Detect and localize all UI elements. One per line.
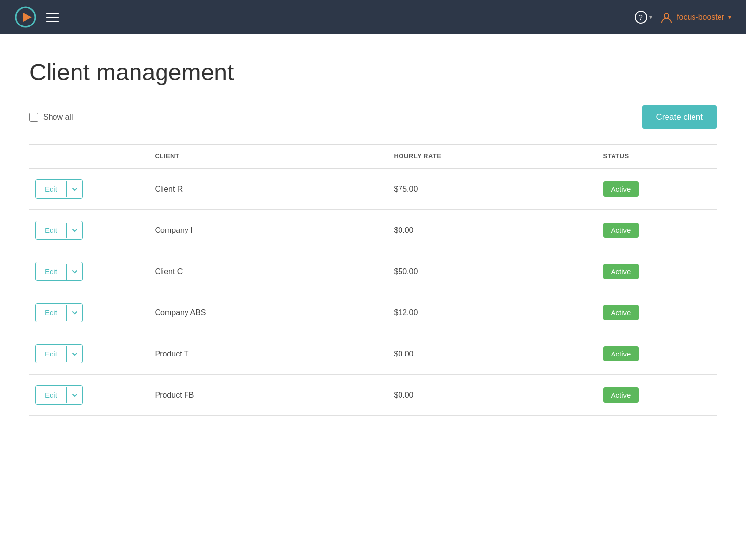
show-all-checkbox[interactable] <box>29 113 38 122</box>
table-row: Edit Client C$50.00Active <box>29 251 717 292</box>
controls-bar: Show all Create client <box>29 105 717 129</box>
edit-button[interactable]: Edit <box>36 180 66 198</box>
chevron-down-icon <box>72 392 78 398</box>
table-row: Edit Product FB$0.00Active <box>29 375 717 416</box>
edit-group: Edit <box>35 344 83 363</box>
edit-group: Edit <box>35 221 83 240</box>
client-name-cell: Company ABS <box>149 292 388 333</box>
hourly-rate-cell: $12.00 <box>388 292 597 333</box>
chevron-down-icon <box>72 351 78 357</box>
client-name-cell: Client C <box>149 251 388 292</box>
client-name-cell: Product T <box>149 333 388 375</box>
actions-cell: Edit <box>29 210 149 251</box>
edit-dropdown-button[interactable] <box>66 223 82 238</box>
status-badge: Active <box>603 264 639 279</box>
status-cell: Active <box>597 292 717 333</box>
edit-dropdown-button[interactable] <box>66 181 82 197</box>
client-name-cell: Company I <box>149 210 388 251</box>
navbar-right: ? ▾ focus-booster ▾ <box>635 11 731 24</box>
table-body: Edit Client R$75.00Active Edit Company I… <box>29 168 717 416</box>
edit-dropdown-button[interactable] <box>66 387 82 403</box>
col-header-rate: HOURLY RATE <box>388 144 597 168</box>
actions-cell: Edit <box>29 251 149 292</box>
table-row: Edit Company I$0.00Active <box>29 210 717 251</box>
hourly-rate-cell: $0.00 <box>388 333 597 375</box>
svg-text:?: ? <box>639 13 643 21</box>
client-name-cell: Client R <box>149 168 388 210</box>
user-caret-icon: ▾ <box>728 14 731 21</box>
edit-button[interactable]: Edit <box>36 386 66 404</box>
navbar-left <box>15 6 59 28</box>
edit-group: Edit <box>35 262 83 281</box>
actions-cell: Edit <box>29 168 149 210</box>
help-caret-icon: ▾ <box>649 14 652 21</box>
status-badge: Active <box>603 223 639 238</box>
hourly-rate-cell: $75.00 <box>388 168 597 210</box>
show-all-text: Show all <box>43 113 73 122</box>
question-circle-icon: ? <box>635 11 647 24</box>
table-row: Edit Product T$0.00Active <box>29 333 717 375</box>
chevron-down-icon <box>72 228 78 233</box>
actions-cell: Edit <box>29 292 149 333</box>
hamburger-menu-icon[interactable] <box>46 13 59 22</box>
edit-dropdown-button[interactable] <box>66 346 82 362</box>
client-table: CLIENT HOURLY RATE STATUS Edit Client R$… <box>29 144 717 416</box>
svg-point-4 <box>664 13 669 18</box>
actions-cell: Edit <box>29 333 149 375</box>
col-header-client: CLIENT <box>149 144 388 168</box>
status-cell: Active <box>597 375 717 416</box>
chevron-down-icon <box>72 269 78 275</box>
user-menu-button[interactable]: focus-booster ▾ <box>660 11 731 24</box>
page-title: Client management <box>29 59 717 86</box>
table-row: Edit Company ABS$12.00Active <box>29 292 717 333</box>
col-header-actions <box>29 144 149 168</box>
edit-group: Edit <box>35 385 83 405</box>
edit-button[interactable]: Edit <box>36 262 66 280</box>
edit-button[interactable]: Edit <box>36 221 66 239</box>
status-cell: Active <box>597 333 717 375</box>
actions-cell: Edit <box>29 375 149 416</box>
table-header: CLIENT HOURLY RATE STATUS <box>29 144 717 168</box>
edit-group: Edit <box>35 179 83 199</box>
status-badge: Active <box>603 305 639 320</box>
chevron-down-icon <box>72 186 78 192</box>
user-icon <box>660 11 673 24</box>
show-all-label[interactable]: Show all <box>29 113 73 122</box>
status-badge: Active <box>603 387 639 403</box>
status-cell: Active <box>597 251 717 292</box>
col-header-status: STATUS <box>597 144 717 168</box>
status-badge: Active <box>603 181 639 197</box>
hourly-rate-cell: $0.00 <box>388 375 597 416</box>
user-name-label: focus-booster <box>677 13 724 22</box>
svg-marker-1 <box>23 13 32 22</box>
help-button[interactable]: ? ▾ <box>635 11 652 24</box>
edit-button[interactable]: Edit <box>36 304 66 322</box>
main-content: Client management Show all Create client… <box>0 34 746 440</box>
edit-group: Edit <box>35 303 83 322</box>
hourly-rate-cell: $50.00 <box>388 251 597 292</box>
status-cell: Active <box>597 210 717 251</box>
edit-button[interactable]: Edit <box>36 345 66 363</box>
edit-dropdown-button[interactable] <box>66 305 82 321</box>
create-client-button[interactable]: Create client <box>642 105 717 129</box>
status-cell: Active <box>597 168 717 210</box>
chevron-down-icon <box>72 310 78 316</box>
navbar: ? ▾ focus-booster ▾ <box>0 0 746 34</box>
edit-dropdown-button[interactable] <box>66 264 82 280</box>
hourly-rate-cell: $0.00 <box>388 210 597 251</box>
client-name-cell: Product FB <box>149 375 388 416</box>
status-badge: Active <box>603 346 639 361</box>
table-row: Edit Client R$75.00Active <box>29 168 717 210</box>
app-logo[interactable] <box>15 6 36 28</box>
